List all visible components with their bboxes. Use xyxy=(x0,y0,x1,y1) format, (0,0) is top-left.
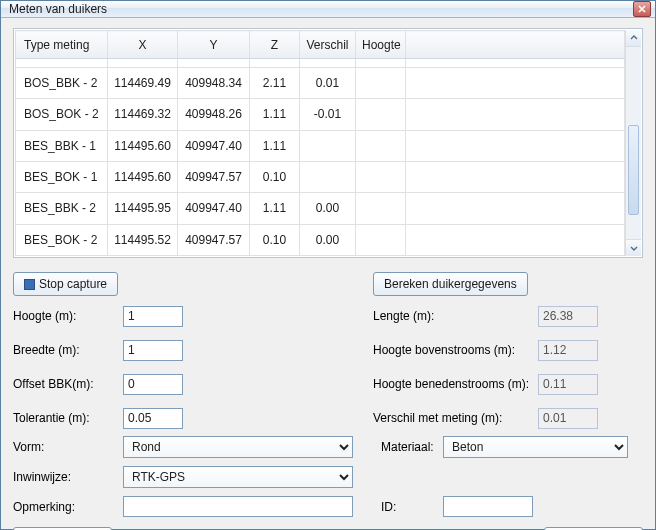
cell-y[interactable]: 409947.40 xyxy=(178,130,250,161)
hoogte-benedenstrooms-output xyxy=(538,374,598,395)
tolerantie-label: Tolerantie (m): xyxy=(13,411,123,425)
grid-table[interactable]: Type meting X Y Z Verschil Hoogte BOS_BB… xyxy=(15,30,625,256)
vorm-select[interactable]: Rond xyxy=(123,436,353,458)
col-y[interactable]: Y xyxy=(178,31,250,59)
col-diff[interactable]: Verschil xyxy=(300,31,356,59)
scroll-up-arrow[interactable] xyxy=(626,30,641,47)
cell-diff[interactable] xyxy=(300,161,356,192)
tolerantie-input[interactable] xyxy=(123,408,183,429)
cell-filler[interactable] xyxy=(406,193,625,224)
scroll-down-arrow[interactable] xyxy=(626,239,641,256)
cell-x[interactable]: 114495.60 xyxy=(108,161,178,192)
close-button[interactable] xyxy=(633,1,651,17)
cell-hoogte[interactable] xyxy=(356,130,406,161)
col-z[interactable]: Z xyxy=(250,31,300,59)
table-row[interactable]: BES_BBK - 1114495.60409947.401.11 xyxy=(16,130,625,161)
cell-diff[interactable]: -0.01 xyxy=(300,99,356,130)
chevron-up-icon xyxy=(630,34,638,42)
hoogte-bovenstrooms-label: Hoogte bovenstrooms (m): xyxy=(373,343,538,357)
cell-hoogte[interactable] xyxy=(356,67,406,98)
cell-type[interactable]: BES_BBK - 2 xyxy=(16,193,108,224)
verschil-meting-label: Verschil met meting (m): xyxy=(373,411,538,425)
vertical-scrollbar[interactable] xyxy=(625,30,641,256)
cell-z[interactable]: 0.10 xyxy=(250,161,300,192)
table-row[interactable]: BES_BOK - 2114495.52409947.570.100.00 xyxy=(16,224,625,255)
bereken-button[interactable]: Bereken duikergegevens xyxy=(373,272,528,296)
opmerking-input[interactable] xyxy=(123,496,353,517)
cell-hoogte[interactable] xyxy=(356,99,406,130)
col-hoogte[interactable]: Hoogte xyxy=(356,31,406,59)
cell-x[interactable]: 114495.60 xyxy=(108,130,178,161)
cell-filler[interactable] xyxy=(406,99,625,130)
table-row[interactable]: BES_BBK - 2114495.95409947.401.110.00 xyxy=(16,193,625,224)
cell-y[interactable]: 409948.26 xyxy=(178,99,250,130)
opmerking-label: Opmerking: xyxy=(13,500,123,514)
bereken-label: Bereken duikergegevens xyxy=(384,277,517,291)
cell-filler[interactable] xyxy=(406,67,625,98)
cell-z[interactable]: 2.11 xyxy=(250,67,300,98)
cell-hoogte[interactable] xyxy=(356,193,406,224)
cell-z[interactable]: 1.11 xyxy=(250,99,300,130)
cell-filler[interactable] xyxy=(406,161,625,192)
hoogte-benedenstrooms-label: Hoogte benedenstrooms (m): xyxy=(373,377,538,391)
hoogte-label: Hoogte (m): xyxy=(13,309,123,323)
table-row[interactable]: BOS_BOK - 2114469.32409948.261.11-0.01 xyxy=(16,99,625,130)
cell-type[interactable]: BES_BBK - 1 xyxy=(16,130,108,161)
titlebar: Meten van duikers xyxy=(1,1,655,18)
id-input[interactable] xyxy=(443,496,533,517)
col-type[interactable]: Type meting xyxy=(16,31,108,59)
cell-type[interactable]: BES_BOK - 1 xyxy=(16,161,108,192)
dialog: Meten van duikers Type meting X Y xyxy=(0,0,656,530)
materiaal-label: Materiaal: xyxy=(363,440,443,454)
stop-capture-label: Stop capture xyxy=(39,277,107,291)
data-grid: Type meting X Y Z Verschil Hoogte BOS_BB… xyxy=(13,28,643,258)
table-row[interactable]: BOS_BBK - 2114469.49409948.342.110.01 xyxy=(16,67,625,98)
cell-type[interactable]: BOS_BBK - 2 xyxy=(16,67,108,98)
col-x[interactable]: X xyxy=(108,31,178,59)
cell-z[interactable]: 0.10 xyxy=(250,224,300,255)
cell-type[interactable]: BES_BOK - 2 xyxy=(16,224,108,255)
col-filler xyxy=(406,31,625,59)
cell-diff[interactable]: 0.00 xyxy=(300,193,356,224)
hoogte-bovenstrooms-output xyxy=(538,340,598,361)
offset-bbk-input[interactable] xyxy=(123,374,183,395)
cell-y[interactable]: 409948.34 xyxy=(178,67,250,98)
cell-y[interactable]: 409947.40 xyxy=(178,193,250,224)
cell-filler[interactable] xyxy=(406,224,625,255)
table-row[interactable] xyxy=(16,59,625,68)
content: Type meting X Y Z Verschil Hoogte BOS_BB… xyxy=(1,18,655,530)
grid-header-row: Type meting X Y Z Verschil Hoogte xyxy=(16,31,625,59)
cell-x[interactable]: 114469.49 xyxy=(108,67,178,98)
cell-y[interactable]: 409947.57 xyxy=(178,224,250,255)
cell-diff[interactable]: 0.01 xyxy=(300,67,356,98)
hoogte-input[interactable] xyxy=(123,306,183,327)
cell-z[interactable]: 1.11 xyxy=(250,130,300,161)
verschil-meting-output xyxy=(538,408,598,429)
scroll-thumb[interactable] xyxy=(628,125,639,215)
offset-bbk-label: Offset BBK(m): xyxy=(13,377,123,391)
cell-x[interactable]: 114469.32 xyxy=(108,99,178,130)
id-label: ID: xyxy=(363,500,443,514)
table-row[interactable]: BES_BOK - 1114495.60409947.570.10 xyxy=(16,161,625,192)
cell-y[interactable]: 409947.57 xyxy=(178,161,250,192)
cell-z[interactable]: 1.11 xyxy=(250,193,300,224)
cell-filler[interactable] xyxy=(406,130,625,161)
cell-hoogte[interactable] xyxy=(356,224,406,255)
materiaal-select[interactable]: Beton xyxy=(443,436,628,458)
cell-diff[interactable]: 0.00 xyxy=(300,224,356,255)
inwinwijze-label: Inwinwijze: xyxy=(13,470,123,484)
cell-x[interactable]: 114495.52 xyxy=(108,224,178,255)
breedte-label: Breedte (m): xyxy=(13,343,123,357)
chevron-down-icon xyxy=(630,244,638,252)
window-title: Meten van duikers xyxy=(9,2,633,16)
breedte-input[interactable] xyxy=(123,340,183,361)
inwinwijze-select[interactable]: RTK-GPS xyxy=(123,466,353,488)
cell-x[interactable]: 114495.95 xyxy=(108,193,178,224)
stop-icon xyxy=(24,279,35,290)
lengte-label: Lengte (m): xyxy=(373,309,538,323)
cell-diff[interactable] xyxy=(300,130,356,161)
cell-hoogte[interactable] xyxy=(356,161,406,192)
lengte-output xyxy=(538,306,598,327)
cell-type[interactable]: BOS_BOK - 2 xyxy=(16,99,108,130)
stop-capture-button[interactable]: Stop capture xyxy=(13,272,118,296)
